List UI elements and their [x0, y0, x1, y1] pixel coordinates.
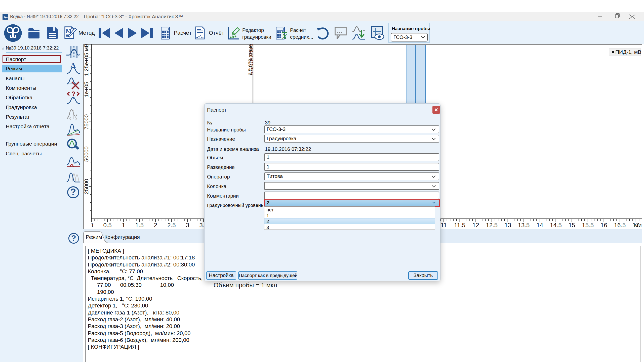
svg-text:14.5: 14.5 [550, 222, 562, 229]
svg-text:6 5,079 этанол: 6 5,079 этанол [248, 44, 253, 75]
svg-text:50000: 50000 [83, 146, 90, 162]
svg-text:0.5: 0.5 [103, 222, 112, 229]
svg-text:12: 12 [472, 222, 479, 229]
svg-text:1e+05: 1e+05 [83, 82, 90, 97]
svg-text:15: 15 [569, 222, 575, 229]
svg-text:15.5: 15.5 [582, 222, 594, 229]
svg-text:14: 14 [536, 222, 543, 229]
svg-text:75000: 75000 [83, 114, 90, 129]
svg-text:мин: мин [634, 222, 642, 229]
svg-text:мВ: мВ [83, 44, 90, 51]
svg-text:2.5: 2.5 [167, 222, 176, 229]
svg-text:3: 3 [186, 222, 189, 229]
svg-text:25000: 25000 [83, 179, 90, 194]
svg-text:Конфигурация: Конфигурация [104, 234, 140, 240]
svg-text:2: 2 [154, 222, 157, 229]
svg-text:X: X [281, 32, 288, 39]
svg-text:13: 13 [504, 222, 511, 229]
svg-text:1: 1 [122, 222, 125, 229]
svg-text:1.5: 1.5 [135, 222, 144, 229]
svg-text:16: 16 [600, 222, 607, 229]
svg-text:ПИД-1, мВ: ПИД-1, мВ [615, 49, 641, 55]
svg-text:?: ? [71, 92, 75, 98]
svg-text:?: ? [70, 187, 76, 197]
svg-text:1.25e+05: 1.25e+05 [83, 53, 90, 76]
svg-text:12.5: 12.5 [486, 222, 498, 229]
svg-text:A: A [70, 61, 76, 69]
svg-text:Режим: Режим [86, 234, 102, 240]
svg-text:16.5: 16.5 [614, 222, 626, 229]
svg-text:13.5: 13.5 [518, 222, 530, 229]
svg-text:?: ? [71, 234, 76, 243]
svg-text:11.5: 11.5 [454, 222, 465, 229]
svg-text:11: 11 [440, 222, 447, 229]
